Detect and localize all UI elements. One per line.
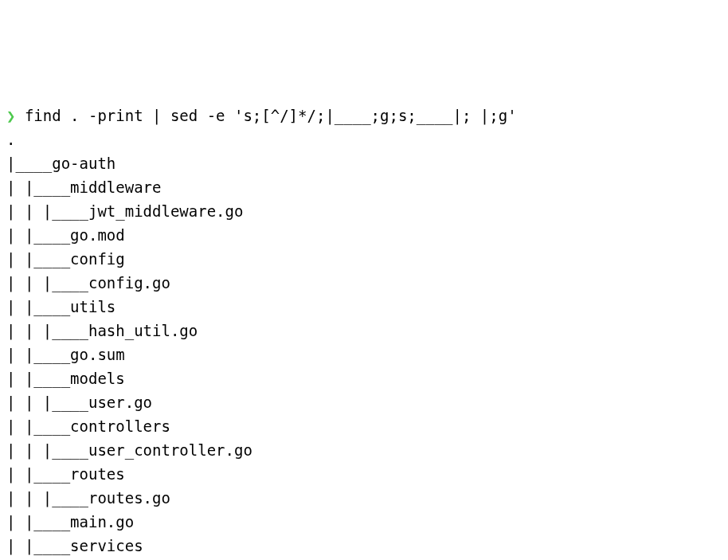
output-line: | | |____jwt_middleware.go	[6, 199, 722, 223]
output-line: | |____go.mod	[6, 223, 722, 247]
output-line: | |____services	[6, 534, 722, 558]
output-line: | | |____user.go	[6, 390, 722, 414]
output-line: | |____controllers	[6, 414, 722, 438]
command-line[interactable]: ❯ find . -print | sed -e 's;[^/]*/;|____…	[6, 107, 517, 124]
output-line: | |____middleware	[6, 175, 722, 199]
output-line: | | |____hash_util.go	[6, 319, 722, 343]
terminal-output: .|____go-auth| |____middleware| | |____j…	[6, 127, 722, 560]
prompt-symbol: ❯	[6, 107, 15, 124]
output-line: | | |____config.go	[6, 271, 722, 295]
output-line: | |____config	[6, 247, 722, 271]
command-text: find . -print | sed -e 's;[^/]*/;|____;g…	[15, 107, 516, 124]
output-line: .	[6, 127, 722, 151]
output-line: | | |____routes.go	[6, 486, 722, 510]
output-line: | |____utils	[6, 295, 722, 319]
output-line: | | |____user_controller.go	[6, 438, 722, 462]
output-line: | |____go.sum	[6, 343, 722, 366]
output-line: | |____routes	[6, 462, 722, 486]
output-line: | |____main.go	[6, 510, 722, 534]
output-line: | |____models	[6, 366, 722, 390]
output-line: |____go-auth	[6, 151, 722, 175]
